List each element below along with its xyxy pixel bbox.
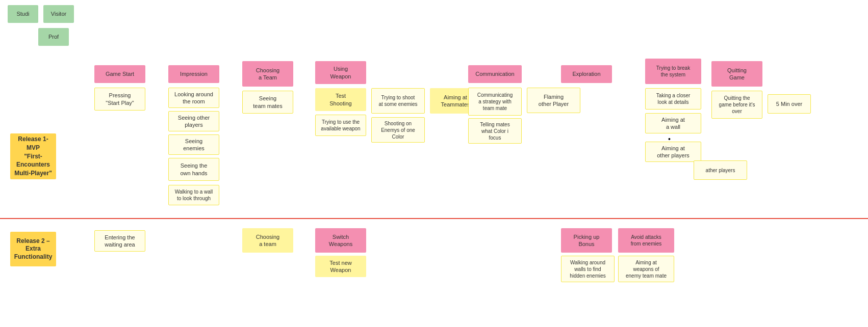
- trying-break: Trying to breakthe system: [645, 59, 701, 84]
- choosing-team-header: Choosinga Team: [242, 61, 293, 87]
- trying-use-weapon: Trying to use theavailable weapon: [315, 115, 366, 136]
- walking-walls-hidden: Walking aroundwalls to findhidden enemie…: [561, 256, 615, 282]
- seeing-other-players: Seeing otherplayers: [168, 111, 219, 131]
- prof-tag: Prof: [38, 28, 69, 46]
- test-shooting: TestShooting: [315, 88, 366, 111]
- pressing-start: Pressing"Start Play": [94, 88, 145, 111]
- seeing-teammates: Seeingteam mates: [242, 91, 293, 114]
- aiming-wall: Aiming ata wall: [645, 113, 701, 133]
- game-start: Game Start: [94, 65, 145, 83]
- seeing-enemies: Seeingenemies: [168, 134, 219, 155]
- quitting-before: Quitting thegame before it'sover: [711, 91, 762, 119]
- gather-players: ather players: [694, 160, 747, 180]
- test-new-weapon: Test newWeapon: [315, 256, 366, 277]
- exploration: Exploration: [561, 65, 612, 83]
- looking-around: Looking aroundthe room: [168, 88, 219, 108]
- release1-label: Release 1-MVP"First-EncountersMulti-Play…: [10, 133, 56, 179]
- picking-up-bonus: Picking upBonus: [561, 228, 612, 253]
- aiming-other-players: Aiming atother players: [645, 142, 701, 162]
- 5-min: 5 Min over: [768, 94, 811, 114]
- visitor-tag: Visitor: [43, 5, 74, 23]
- quitting-game-header: QuittingGame: [711, 61, 762, 87]
- taking-closer-look: Taking a closerlook at details: [645, 88, 701, 110]
- release2-label: Release 2 –ExtraFunctionality: [10, 232, 56, 266]
- switch-weapons: SwitchWeapons: [315, 228, 366, 253]
- communicating-strategy: Communicatinga strategy withteam mate: [468, 88, 522, 116]
- seeing-own-hands: Seeing theown hands: [168, 158, 219, 181]
- release-divider: [0, 218, 868, 219]
- entering-waiting: Entering thewaiting area: [94, 230, 145, 252]
- shooting-color: Shooting onEnemys of oneColor: [371, 117, 425, 143]
- studi-tag: Studi: [8, 5, 38, 23]
- flaming-player: Flamingother Player: [527, 88, 580, 113]
- telling-mates: Telling mateswhat Color ifocus: [468, 118, 522, 144]
- trying-shoot-enemies: Trying to shootat some enemies: [371, 88, 425, 114]
- aiming-weapons-enemy: Aiming atweapons ofenemy team mate: [618, 256, 674, 282]
- choosing-team-r2: Choosinga team: [242, 228, 293, 253]
- avoid-attacks: Avoid attacksfrom enemies: [618, 228, 674, 253]
- impression: Impression: [168, 65, 219, 83]
- using-weapon: UsingWeapon: [315, 61, 366, 84]
- communication: Communication: [468, 65, 522, 83]
- walking-wall: Walking to a wallto look through: [168, 185, 219, 205]
